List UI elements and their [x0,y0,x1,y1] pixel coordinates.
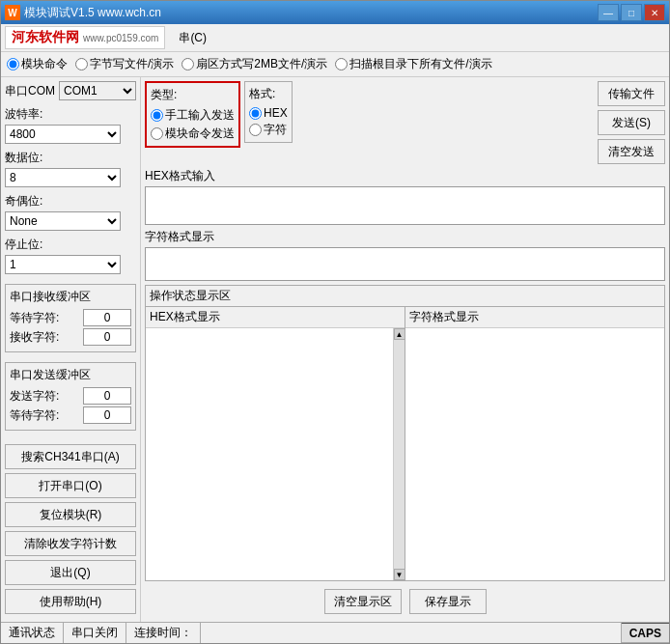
comm-status-segment: 通讯状态 [1,623,64,643]
databits-select[interactable]: 8 7 6 5 [5,168,121,187]
status-section: 操作状态显示区 HEX格式显示 ▲ ▼ [145,285,665,581]
scroll-up-arrow[interactable]: ▲ [394,328,405,340]
status-panels: HEX格式显示 ▲ ▼ 字符格式显示 [145,306,665,581]
bottom-buttons: 清空显示区 保存显示 [145,585,665,618]
port-label: 串口COM [5,83,55,99]
type-box-title: 类型: [151,87,235,103]
format-box: 格式: HEX 字符 [244,81,293,143]
action-buttons: 搜索CH341串口(A) 打开串口(O) 复位模块(R) 清除收发字符计数 退出… [5,444,136,614]
scroll-down-arrow[interactable]: ▼ [394,569,405,580]
toolbar: 模块命令 字节写文件/演示 扇区方式写2MB文件/演示 扫描根目录下所有文件/演… [1,52,669,77]
port-status-segment: 串口关闭 [64,623,126,643]
window-controls: — □ ✕ [598,4,665,21]
stopbits-select[interactable]: 1 1.5 2 [5,255,121,274]
char-display-label: 字符格式显示 [145,229,665,245]
port-status-text: 串口关闭 [71,625,118,641]
format-radio-hex[interactable]: HEX [249,106,288,120]
caps-text: CAPS [629,627,661,640]
status-area-title: 操作状态显示区 [150,288,231,304]
format-box-title: 格式: [249,86,288,102]
port-row: 串口COM COM1 [5,81,136,100]
logo-text: 河东软件网 [12,29,79,46]
menu-serial[interactable]: 串(C) [173,26,212,49]
send-count-label: 发送字符: [10,388,59,405]
mode-radio-byte-write[interactable]: 字节写文件/演示 [75,56,174,72]
clear-display-button[interactable]: 清空显示区 [324,589,402,614]
mode-radio-scan-files[interactable]: 扫描根目录下所有文件/演示 [335,56,491,72]
type-radio-manual[interactable]: 手工输入发送 [151,107,235,124]
baud-select[interactable]: 4800 9600 19200 38400 57600 115200 [5,125,121,144]
status-char-panel: 字符格式显示 [405,307,664,580]
char-panel-content [405,328,664,580]
send-count-value[interactable] [83,387,131,405]
char-display-area: 字符格式显示 [145,229,665,281]
stopbits-label: 停止位: [5,237,136,253]
caps-indicator: CAPS [621,623,669,643]
parity-label: 奇偶位: [5,193,136,210]
hex-input-textarea[interactable] [145,186,665,225]
parity-group: 奇偶位: None Odd Even Mark Space [5,193,136,231]
send-wait-value[interactable] [83,406,131,424]
main-window: W 模块调试V1.5 www.wch.cn — □ ✕ 河东软件网 www.pc… [0,0,670,644]
recv-buffer-section: 串口接收缓冲区 等待字符: 接收字符: [5,284,136,352]
recv-buffer-title: 串口接收缓冲区 [10,289,131,305]
hex-input-area: HEX格式输入 [145,168,665,225]
mode-radio-module-cmd[interactable]: 模块命令 [7,56,68,72]
reset-module-button[interactable]: 复位模块(R) [5,502,136,527]
databits-label: 数据位: [5,150,136,166]
status-bar: 通讯状态 串口关闭 连接时间： CAPS [1,622,669,643]
type-box: 类型: 手工输入发送 模块命令发送 [145,81,240,148]
main-content: 串口COM COM1 波特率: 4800 9600 19200 38400 57… [1,77,669,622]
recv-wait-label: 等待字符: [10,310,59,326]
send-count-row: 发送字符: [10,387,131,405]
send-buffer-title: 串口发送缓冲区 [10,367,131,383]
send-wait-label: 等待字符: [10,407,59,424]
hex-input-label: HEX格式输入 [145,168,665,184]
status-title-bar: 操作状态显示区 [145,285,665,306]
recv-wait-value[interactable] [83,309,131,326]
format-radio-char[interactable]: 字符 [249,122,288,138]
char-display-box [145,247,665,281]
transfer-file-button[interactable]: 传输文件 [598,81,665,106]
minimize-button[interactable]: — [598,4,619,21]
recv-wait-row: 等待字符: [10,309,131,326]
search-port-button[interactable]: 搜索CH341串口(A) [5,444,136,469]
port-select[interactable]: COM1 [59,81,136,100]
recv-count-label: 接收字符: [10,329,59,346]
clear-send-button[interactable]: 清空发送 [598,139,665,164]
close-button[interactable]: ✕ [644,4,665,21]
send-buffer-section: 串口发送缓冲区 发送字符: 等待字符: [5,362,136,431]
send-wait-row: 等待字符: [10,406,131,424]
send-controls: 类型: 手工输入发送 模块命令发送 格式: HEX [145,81,665,164]
save-display-button[interactable]: 保存显示 [409,589,487,614]
send-buttons-group: 传输文件 发送(S) 清空发送 [598,81,665,164]
help-button[interactable]: 使用帮助(H) [5,589,136,614]
parity-select[interactable]: None Odd Even Mark Space [5,211,121,231]
hex-panel-header: HEX格式显示 [146,307,405,328]
maximize-button[interactable]: □ [621,4,642,21]
stopbits-group: 停止位: 1 1.5 2 [5,237,136,274]
clear-count-button[interactable]: 清除收发字符计数 [5,531,136,556]
conn-time-segment: 连接时间： [126,623,201,643]
recv-count-value[interactable] [83,328,131,346]
baud-rate-group: 波特率: 4800 9600 19200 38400 57600 115200 [5,106,136,144]
status-hex-panel: HEX格式显示 ▲ ▼ [146,307,405,580]
send-button[interactable]: 发送(S) [598,110,665,135]
char-panel-header: 字符格式显示 [405,307,664,328]
hex-panel-scrollbar[interactable]: ▲ ▼ [393,328,405,580]
mode-radio-group: 模块命令 字节写文件/演示 扇区方式写2MB文件/演示 扫描根目录下所有文件/演… [7,56,492,72]
mode-radio-sector-write[interactable]: 扇区方式写2MB文件/演示 [181,56,327,72]
app-icon: W [5,5,20,20]
recv-count-row: 接收字符: [10,328,131,346]
right-panel: 类型: 手工输入发送 模块命令发送 格式: HEX [141,77,669,622]
databits-group: 数据位: 8 7 6 5 [5,150,136,187]
logo-url: www.pc0159.com [83,33,158,43]
open-port-button[interactable]: 打开串口(O) [5,473,136,498]
comm-status-text: 通讯状态 [9,625,55,641]
type-radio-module[interactable]: 模块命令发送 [151,126,235,142]
baud-label: 波特率: [5,106,136,123]
title-bar: W 模块调试V1.5 www.wch.cn — □ ✕ [1,1,669,24]
exit-button[interactable]: 退出(Q) [5,560,136,585]
conn-time-label: 连接时间： [134,625,192,641]
window-title: 模块调试V1.5 www.wch.cn [24,5,598,21]
